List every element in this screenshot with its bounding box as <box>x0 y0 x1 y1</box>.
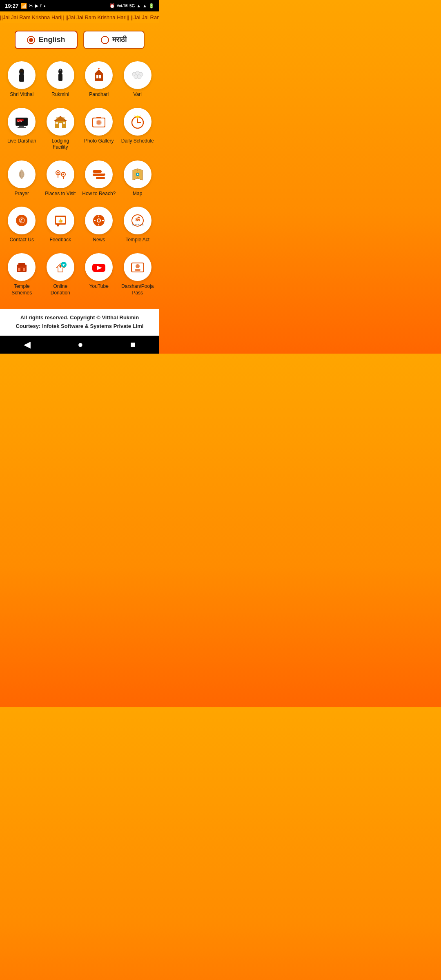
grid-item-rukmini[interactable]: Rukmini <box>42 57 79 102</box>
main-grid: Shri VitthalRukminiPandhariVariLIVELive … <box>0 53 159 304</box>
svg-rect-28 <box>56 117 65 121</box>
svg-point-22 <box>22 119 24 121</box>
darshan-pooja-pass-label: Darshan/Pooja Pass <box>121 283 155 296</box>
svg-rect-1 <box>19 74 24 82</box>
grid-item-temple-act[interactable]: ॐTEMPLE &Temple Act <box>119 203 156 247</box>
svg-rect-46 <box>93 170 102 173</box>
svg-point-59 <box>98 219 100 222</box>
temple-schemes-icon <box>8 253 36 281</box>
wifi-icon: 📶 <box>20 3 27 9</box>
pandhari-label: Pandhari <box>89 91 109 98</box>
vari-label: Vari <box>134 91 142 98</box>
how-to-reach-icon <box>85 160 113 188</box>
status-right: ⏰ VoLTE 5G ▲ ▲ 🔋 <box>109 3 154 9</box>
grid-item-map[interactable]: Map <box>119 156 156 201</box>
live-darshan-icon: LIVE <box>8 108 36 136</box>
call-icon: ✂ <box>29 3 33 9</box>
map-label: Map <box>133 191 142 197</box>
online-donation-icon: ♥ <box>47 253 74 281</box>
grid-item-live-darshan[interactable]: LIVELive Darshan <box>3 104 40 155</box>
svg-rect-19 <box>18 127 26 128</box>
places-to-visit-icon <box>47 160 74 188</box>
daily-schedule-icon <box>124 108 151 136</box>
english-button[interactable]: English <box>15 31 77 49</box>
temple-act-icon: ॐTEMPLE & <box>124 207 151 234</box>
volte-label: VoLTE <box>117 4 128 8</box>
facebook-icon: f <box>40 3 42 8</box>
marathi-label: मराठी <box>112 36 127 44</box>
grid-item-feedback[interactable]: 👍Feedback <box>42 203 79 247</box>
svg-marker-10 <box>98 68 100 69</box>
places-to-visit-label: Places to Visit <box>45 191 76 197</box>
grid-item-vari[interactable]: Vari <box>119 57 156 102</box>
svg-point-50 <box>137 174 138 175</box>
grid-item-darshan-pooja-pass[interactable]: Darshan/Pooja Pass <box>119 249 156 300</box>
svg-rect-45 <box>93 174 105 176</box>
map-icon <box>124 160 151 188</box>
svg-marker-55 <box>56 225 60 227</box>
alarm-icon: ⏰ <box>109 3 115 9</box>
vari-icon <box>124 61 151 89</box>
contact-us-icon: ✆ <box>8 207 36 234</box>
feedback-label: Feedback <box>49 237 71 243</box>
battery-icon: 🔋 <box>149 3 154 9</box>
marquee-text: ||Jai Jai Ram Krishna Hari|| ||Jai Jai R… <box>0 14 159 20</box>
grid-item-photo-gallery[interactable]: Photo Gallery <box>80 104 118 155</box>
svg-rect-26 <box>56 122 58 124</box>
svg-text:👍: 👍 <box>58 218 63 223</box>
grid-item-temple-schemes[interactable]: Temple Schemes <box>3 249 40 300</box>
status-bar: 19:27 📶 ✂ ▶ f • ⏰ VoLTE 5G ▲ ▲ 🔋 <box>0 0 159 11</box>
youtube-label: YouTube <box>89 283 109 290</box>
signal-icon: ▲ <box>136 3 141 8</box>
grid-item-daily-schedule[interactable]: Daily Schedule <box>119 104 156 155</box>
svg-rect-4 <box>58 74 62 81</box>
grid-item-lodging-facility[interactable]: Lodging Facility <box>42 104 79 155</box>
recent-button[interactable]: ■ <box>119 338 147 352</box>
temple-act-label: Temple Act <box>125 237 149 243</box>
svg-text:ॐ: ॐ <box>135 216 140 223</box>
footer-line2: Courtesy: Infotek Software & Systems Pri… <box>7 322 153 331</box>
svg-point-15 <box>137 75 141 79</box>
svg-text:TEMPLE &: TEMPLE & <box>131 223 144 226</box>
news-icon <box>85 207 113 234</box>
photo-gallery-icon <box>85 108 113 136</box>
contact-us-label: Contact Us <box>10 237 34 243</box>
grid-item-news[interactable]: News <box>80 203 118 247</box>
grid-item-pandhari[interactable]: Pandhari <box>80 57 118 102</box>
back-button[interactable]: ◀ <box>12 338 42 352</box>
svg-point-73 <box>136 264 140 268</box>
english-label: English <box>38 36 65 44</box>
marathi-button[interactable]: मराठी <box>83 31 145 49</box>
footer: All rights reserved. Copyright © Vitthal… <box>0 309 159 336</box>
home-button[interactable]: ● <box>66 338 94 352</box>
youtube-icon <box>85 253 113 281</box>
svg-rect-6 <box>95 74 103 81</box>
5g-label: 5G <box>129 4 135 8</box>
play-icon: ▶ <box>35 3 38 9</box>
online-donation-label: Online Donation <box>44 283 78 296</box>
how-to-reach-label: How to Reach? <box>82 191 116 197</box>
svg-point-2 <box>20 70 23 72</box>
grid-item-contact-us[interactable]: ✆Contact Us <box>3 203 40 247</box>
status-left: 19:27 📶 ✂ ▶ f • <box>5 3 45 9</box>
svg-rect-5 <box>60 69 61 71</box>
darshan-pooja-pass-icon <box>124 253 151 281</box>
grid-item-online-donation[interactable]: ♥Online Donation <box>42 249 79 300</box>
live-darshan-label: Live Darshan <box>7 138 36 145</box>
svg-marker-7 <box>95 69 103 74</box>
svg-rect-18 <box>19 126 24 127</box>
grid-item-places-to-visit[interactable]: Places to Visit <box>42 156 79 201</box>
rukmini-label: Rukmini <box>51 91 69 98</box>
marathi-radio <box>101 36 109 44</box>
news-label: News <box>93 237 105 243</box>
time: 19:27 <box>5 3 18 9</box>
svg-text:♥: ♥ <box>62 263 65 267</box>
grid-item-how-to-reach[interactable]: How to Reach? <box>80 156 118 201</box>
grid-item-shri-vitthal[interactable]: Shri Vitthal <box>3 57 40 102</box>
grid-item-youtube[interactable]: YouTube <box>80 249 118 300</box>
svg-rect-27 <box>63 122 65 124</box>
svg-rect-66 <box>18 268 20 271</box>
grid-item-prayer[interactable]: Prayer <box>3 156 40 201</box>
footer-line1: All rights reserved. Copyright © Vitthal… <box>7 314 153 322</box>
english-radio <box>27 36 35 44</box>
